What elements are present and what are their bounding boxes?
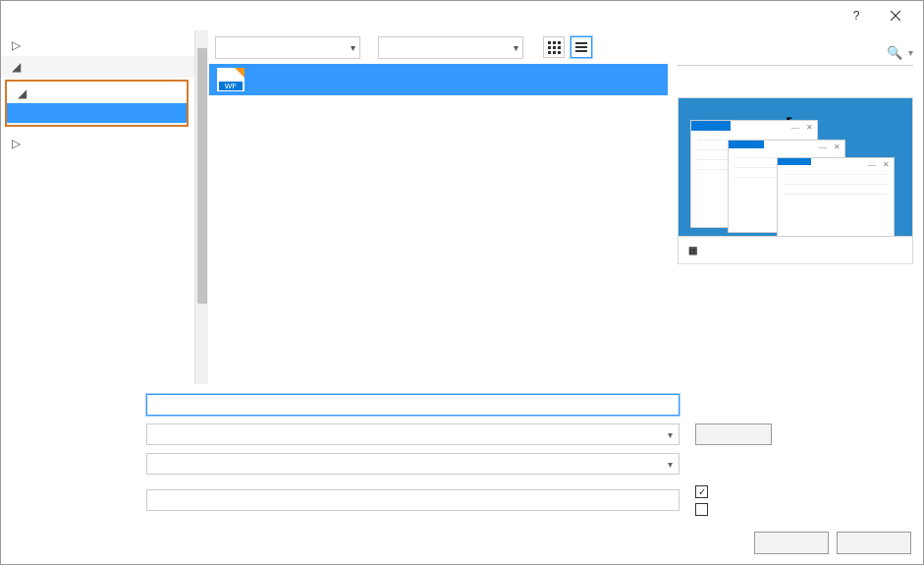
tree-syncfusion-windows[interactable] [7, 103, 187, 123]
tree-syncfusion[interactable]: ◢ [7, 84, 187, 103]
search-box[interactable]: 🔍▾ [678, 40, 913, 66]
footer [1, 524, 923, 564]
check-create-dir[interactable]: ✓ [695, 482, 911, 500]
view-list-button[interactable] [571, 36, 592, 58]
check-source-control[interactable] [695, 500, 911, 518]
template-item-syncfusion-wf[interactable]: WF [209, 64, 668, 95]
tree-online[interactable]: ▷ [1, 133, 194, 154]
search-icon[interactable]: 🔍 [883, 45, 906, 60]
details-panel: 🔍▾ ↖ —✕ —✕ —✕ ▦ [668, 34, 923, 384]
form-area: ▾ ▾ ✓ [1, 384, 923, 524]
new-project-dialog: ? ▷ ◢ ◢ ▷ [0, 0, 924, 565]
tree[interactable]: ▷ ◢ ◢ ▷ [1, 30, 194, 384]
close-button[interactable] [876, 2, 915, 29]
ok-button[interactable] [754, 532, 829, 554]
solution-name-input[interactable] [146, 489, 679, 511]
tree-panel: ▷ ◢ ◢ ▷ [1, 30, 209, 384]
solution-combo[interactable]: ▾ [146, 453, 679, 475]
preview-image: ↖ —✕ —✕ —✕ ▦ [678, 97, 913, 264]
titlebar: ? [1, 1, 923, 30]
template-panel: ▾ ▾ WF [209, 30, 668, 384]
framework-combo[interactable]: ▾ [215, 36, 360, 59]
location-combo[interactable]: ▾ [146, 424, 679, 445]
tree-scrollbar[interactable] [194, 30, 208, 384]
template-list[interactable]: WF [209, 64, 668, 384]
upper-area: ▷ ◢ ◢ ▷ ▾ ▾ [1, 30, 923, 384]
scrollbar-thumb[interactable] [197, 48, 207, 304]
list-icon [575, 42, 587, 52]
grid-icon [548, 41, 561, 54]
name-input[interactable] [146, 394, 679, 416]
tree-installed[interactable]: ◢ [1, 56, 194, 78]
template-icon: WF [217, 68, 245, 91]
content: ▷ ◢ ◢ ▷ ▾ ▾ [1, 30, 923, 564]
search-input[interactable] [678, 46, 883, 60]
browse-button[interactable] [695, 424, 772, 445]
preview-brand: ▦ [688, 245, 700, 255]
toolbar: ▾ ▾ [209, 30, 668, 64]
sort-combo[interactable]: ▾ [378, 36, 523, 59]
syncfusion-highlight: ◢ [5, 80, 189, 127]
tree-recent[interactable]: ▷ [1, 34, 194, 56]
view-grid-button[interactable] [543, 36, 565, 58]
close-icon [891, 11, 900, 21]
cancel-button[interactable] [837, 532, 911, 554]
help-button[interactable]: ? [837, 2, 876, 29]
